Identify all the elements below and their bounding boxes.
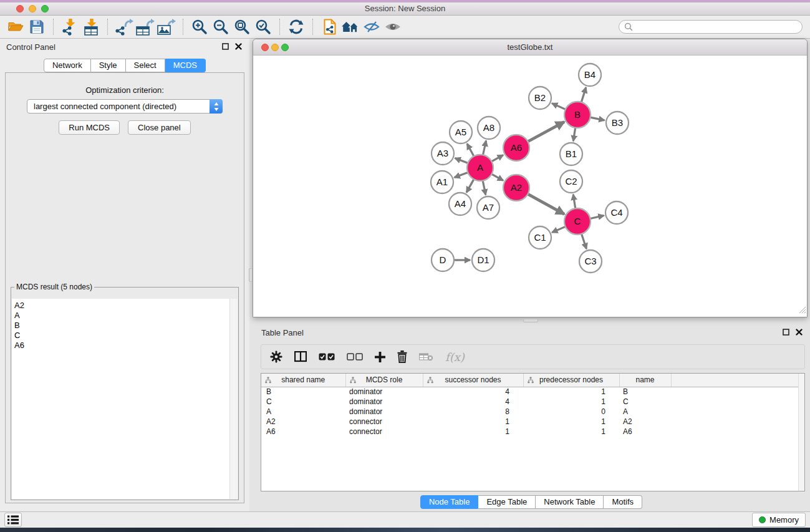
table-cell[interactable]: A xyxy=(619,407,671,417)
graph-edge-A-A7[interactable] xyxy=(483,181,486,195)
table-row[interactable]: A2connector11A2 xyxy=(261,417,804,427)
table-cell[interactable]: C xyxy=(261,397,345,407)
graph-edge-C-C2[interactable] xyxy=(573,195,576,209)
tab-edge-table[interactable]: Edge Table xyxy=(478,495,536,509)
table-row[interactable]: Adominator80A xyxy=(261,407,804,417)
tab-node-table[interactable]: Node Table xyxy=(420,495,479,509)
tab-style[interactable]: Style xyxy=(91,59,126,72)
graph-edge-B-B4[interactable] xyxy=(581,87,586,102)
select-all-button[interactable] xyxy=(319,353,335,360)
memory-button[interactable]: Memory xyxy=(752,513,806,527)
tab-select[interactable]: Select xyxy=(126,59,165,72)
table-cell[interactable]: connector xyxy=(345,427,423,437)
table-cell[interactable]: connector xyxy=(345,417,423,427)
table-cell[interactable]: dominator xyxy=(345,387,423,397)
deselect-all-button[interactable] xyxy=(347,353,363,360)
zoom-in-button[interactable] xyxy=(189,17,210,37)
task-history-button[interactable] xyxy=(4,513,22,527)
mcds-result-item[interactable]: C xyxy=(14,331,238,341)
minimize-window-button[interactable] xyxy=(29,5,36,12)
table-cell[interactable]: 1 xyxy=(423,417,523,427)
delete-columns-button[interactable] xyxy=(397,351,407,363)
mcds-result-item[interactable]: A6 xyxy=(14,341,238,351)
column-header-predecessor-nodes[interactable]: predecessor nodes xyxy=(523,374,619,387)
table-cell[interactable]: A xyxy=(261,407,345,417)
table-cell[interactable]: 8 xyxy=(423,407,523,417)
table-cell[interactable]: B xyxy=(261,387,345,397)
table-cell[interactable]: 0 xyxy=(523,407,619,417)
graph-edge-A-A1[interactable] xyxy=(455,172,468,177)
add-column-button[interactable] xyxy=(375,352,385,362)
table-cell[interactable]: C xyxy=(619,397,671,407)
column-header-shared-name[interactable]: shared name xyxy=(261,374,345,387)
mcds-result-item[interactable]: A xyxy=(14,311,238,321)
graph-edge-A-A5[interactable] xyxy=(467,143,474,156)
tab-network-table[interactable]: Network Table xyxy=(536,495,604,509)
zoom-selected-button[interactable] xyxy=(253,17,274,37)
table-settings-button[interactable] xyxy=(270,351,282,363)
table-scrollbar[interactable] xyxy=(798,374,804,491)
table-cell[interactable]: A2 xyxy=(261,417,345,427)
network-close-button[interactable] xyxy=(261,44,269,51)
table-cell[interactable]: A6 xyxy=(261,427,345,437)
save-session-button[interactable] xyxy=(26,17,47,37)
hide-selected-button[interactable] xyxy=(361,17,382,37)
graph-edge-A6-B[interactable] xyxy=(528,122,564,142)
result-scrollbar[interactable] xyxy=(229,299,238,499)
import-table-button[interactable] xyxy=(80,17,102,37)
show-columns-button[interactable] xyxy=(294,351,307,362)
network-minimize-button[interactable] xyxy=(271,44,279,51)
table-cell[interactable]: 1 xyxy=(523,387,619,397)
import-network-button[interactable] xyxy=(59,17,80,37)
close-window-button[interactable] xyxy=(16,5,24,12)
graph-edge-C-C1[interactable] xyxy=(552,226,565,232)
network-maximize-button[interactable] xyxy=(281,44,289,51)
optimization-criterion-select[interactable]: largest connected component (directed) xyxy=(27,99,223,114)
table-cell[interactable]: 4 xyxy=(423,397,523,407)
graph-edge-B-B1[interactable] xyxy=(573,128,575,142)
graph-edge-A-A3[interactable] xyxy=(455,158,468,163)
export-network-button[interactable] xyxy=(113,17,135,37)
export-table-button[interactable] xyxy=(135,17,156,37)
mcds-result-item[interactable]: A2 xyxy=(14,301,238,311)
table-row[interactable]: Cdominator41C xyxy=(261,397,804,407)
run-mcds-button[interactable]: Run MCDS xyxy=(59,120,120,135)
horizontal-splitter-handle[interactable] xyxy=(523,319,538,322)
column-header-MCDS-role[interactable]: MCDS role xyxy=(345,374,423,387)
table-cell[interactable]: 1 xyxy=(423,427,523,437)
graph-edge-C-C3[interactable] xyxy=(582,234,587,249)
open-session-button[interactable] xyxy=(5,17,26,37)
export-image-button[interactable] xyxy=(156,17,177,37)
mcds-result-list[interactable]: A2ABCA6 xyxy=(12,299,238,499)
tab-motifs[interactable]: Motifs xyxy=(604,495,642,509)
table-row[interactable]: Bdominator41B xyxy=(261,387,804,397)
zoom-fit-button[interactable] xyxy=(231,17,253,37)
table-cell[interactable]: A2 xyxy=(619,417,671,427)
graph-edge-A-A6[interactable] xyxy=(491,155,503,162)
column-header-name[interactable]: name xyxy=(619,374,671,387)
graph-edge-C-C4[interactable] xyxy=(590,216,604,219)
clone-network-button[interactable] xyxy=(319,17,340,37)
float-table-panel-button[interactable] xyxy=(783,329,789,336)
search-input[interactable] xyxy=(636,22,797,31)
graph-edge-A-A4[interactable] xyxy=(466,179,474,192)
table-cell[interactable]: dominator xyxy=(345,397,423,407)
graph-edge-A-A2[interactable] xyxy=(491,174,503,180)
close-mcds-panel-button[interactable]: Close panel xyxy=(128,120,191,135)
mcds-result-item[interactable]: B xyxy=(14,321,238,331)
resize-grip-icon[interactable] xyxy=(798,305,806,316)
float-panel-button[interactable] xyxy=(222,43,229,50)
table-cell[interactable]: 1 xyxy=(523,417,619,427)
graph-edge-B-B3[interactable] xyxy=(591,117,605,120)
graph-edge-B-B2[interactable] xyxy=(552,104,566,110)
table-cell[interactable]: 4 xyxy=(423,387,523,397)
show-hidden-button[interactable] xyxy=(382,17,403,37)
refresh-network-button[interactable] xyxy=(286,17,307,37)
column-header-successor-nodes[interactable]: successor nodes xyxy=(423,374,523,387)
graph-edge-A2-C[interactable] xyxy=(528,194,564,214)
show-all-button[interactable] xyxy=(340,17,361,37)
table-cell[interactable]: 1 xyxy=(523,427,619,437)
maximize-window-button[interactable] xyxy=(41,5,49,12)
network-canvas[interactable]: B4B2BB3A8A5A6A3B1AC2A1A2A4A7C4CC1DD1C3 xyxy=(253,56,807,317)
close-table-panel-button[interactable] xyxy=(796,329,803,336)
